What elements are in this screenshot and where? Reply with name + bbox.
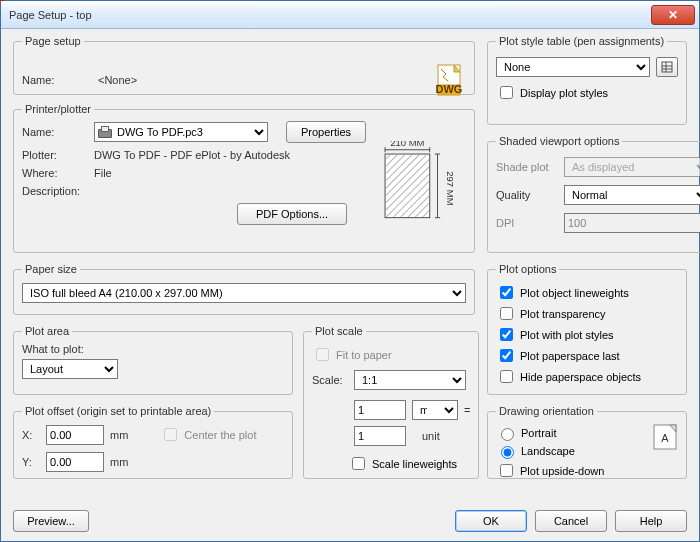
quality-label: Quality <box>496 189 558 201</box>
page-setup-group: Page setup Name: <None> DWG <box>13 35 475 95</box>
x-input[interactable] <box>46 425 104 445</box>
printer-name-select[interactable]: DWG To PDF.pc3 <box>94 122 268 142</box>
printer-icon <box>97 126 111 138</box>
unit-label: unit <box>422 430 440 442</box>
what-to-plot-label: What to plot: <box>22 343 284 355</box>
printer-plotter-group: Printer/plotter Name: DWG To PDF.pc3 Pro… <box>13 103 475 253</box>
paper-size-select[interactable]: ISO full bleed A4 (210.00 x 297.00 MM) <box>22 283 466 303</box>
svg-text:A: A <box>661 432 669 444</box>
shade-plot-label: Shade plot <box>496 161 558 173</box>
portrait-radio[interactable]: Portrait <box>496 425 652 441</box>
plot-option-0[interactable]: Plot object lineweights <box>496 283 678 302</box>
properties-button[interactable]: Properties <box>286 121 366 143</box>
help-button[interactable]: Help <box>615 510 687 532</box>
plot-option-3[interactable]: Plot paperspace last <box>496 346 678 365</box>
titlebar: Page Setup - top ✕ <box>1 1 699 29</box>
where-label: Where: <box>22 167 88 179</box>
plot-offset-legend: Plot offset (origin set to printable are… <box>22 405 214 417</box>
scale-select[interactable]: 1:1 <box>354 370 466 390</box>
description-label: Description: <box>22 185 88 197</box>
dpi-label: DPI <box>496 217 558 229</box>
plot-upside-down-checkbox[interactable]: Plot upside-down <box>496 461 652 480</box>
plot-option-4[interactable]: Hide paperspace objects <box>496 367 678 386</box>
center-plot-checkbox: Center the plot <box>160 425 256 444</box>
plot-style-select[interactable]: None <box>496 57 650 77</box>
y-input[interactable] <box>46 452 104 472</box>
shade-plot-select: As displayed <box>564 157 700 177</box>
scale-denominator-input[interactable] <box>354 426 406 446</box>
display-plot-styles-checkbox[interactable]: Display plot styles <box>496 83 678 102</box>
plot-style-legend: Plot style table (pen assignments) <box>496 35 667 47</box>
plot-style-group: Plot style table (pen assignments) None … <box>487 35 687 125</box>
paper-preview: 210 MM 297 MM <box>373 141 459 229</box>
shaded-legend: Shaded viewport options <box>496 135 622 147</box>
svg-rect-15 <box>662 62 672 72</box>
scale-label: Scale: <box>312 374 348 386</box>
dwg-icon: DWG <box>434 63 466 97</box>
landscape-radio[interactable]: Landscape <box>496 443 652 459</box>
orientation-icon: A <box>652 423 678 451</box>
plot-scale-legend: Plot scale <box>312 325 366 337</box>
printer-name-label: Name: <box>22 126 88 138</box>
svg-text:DWG: DWG <box>436 83 463 95</box>
equals-label: = <box>464 404 470 416</box>
plotter-value: DWG To PDF - PDF ePlot - by Autodesk <box>94 149 290 161</box>
preview-button[interactable]: Preview... <box>13 510 89 532</box>
fit-to-paper-checkbox: Fit to paper <box>312 345 470 364</box>
what-to-plot-select[interactable]: Layout <box>22 359 118 379</box>
pagesetup-name-label: Name: <box>22 74 92 86</box>
shaded-viewport-group: Shaded viewport options Shade plot As di… <box>487 135 700 253</box>
orientation-group: Drawing orientation Portrait Landscape P… <box>487 405 687 479</box>
plot-area-group: Plot area What to plot: Layout <box>13 325 293 395</box>
cancel-button[interactable]: Cancel <box>535 510 607 532</box>
svg-text:210 MM: 210 MM <box>390 141 424 148</box>
ok-button[interactable]: OK <box>455 510 527 532</box>
scale-numerator-input[interactable] <box>354 400 406 420</box>
plot-area-legend: Plot area <box>22 325 72 337</box>
window-title: Page Setup - top <box>9 9 651 21</box>
scale-lineweights-checkbox[interactable]: Scale lineweights <box>348 454 470 473</box>
y-label: Y: <box>22 456 40 468</box>
page-setup-legend: Page setup <box>22 35 84 47</box>
quality-select[interactable]: Normal <box>564 185 700 205</box>
page-setup-dialog: Page Setup - top ✕ Page setup Name: <Non… <box>0 0 700 542</box>
dialog-buttons: Preview... OK Cancel Help <box>13 509 687 533</box>
printer-legend: Printer/plotter <box>22 103 94 115</box>
paper-size-legend: Paper size <box>22 263 80 275</box>
plotter-label: Plotter: <box>22 149 88 161</box>
x-unit: mm <box>110 429 128 441</box>
plot-offset-group: Plot offset (origin set to printable are… <box>13 405 293 479</box>
table-icon <box>661 61 673 73</box>
plot-option-1[interactable]: Plot transparency <box>496 304 678 323</box>
where-value: File <box>94 167 112 179</box>
plot-option-2[interactable]: Plot with plot styles <box>496 325 678 344</box>
paper-size-group: Paper size ISO full bleed A4 (210.00 x 2… <box>13 263 475 315</box>
pdf-options-button[interactable]: PDF Options... <box>237 203 347 225</box>
x-label: X: <box>22 429 40 441</box>
pagesetup-name-value: <None> <box>98 74 137 86</box>
orientation-legend: Drawing orientation <box>496 405 597 417</box>
svg-text:297 MM: 297 MM <box>445 171 456 205</box>
dpi-input <box>564 213 700 233</box>
plot-scale-group: Plot scale Fit to paper Scale: 1:1 mm = <box>303 325 479 479</box>
y-unit: mm <box>110 456 128 468</box>
svg-rect-10 <box>386 155 429 217</box>
plot-style-edit-button[interactable] <box>656 57 678 77</box>
scale-unit-select[interactable]: mm <box>412 400 458 420</box>
plot-options-group: Plot options Plot object lineweightsPlot… <box>487 263 687 395</box>
plot-options-legend: Plot options <box>496 263 559 275</box>
close-button[interactable]: ✕ <box>651 5 695 25</box>
